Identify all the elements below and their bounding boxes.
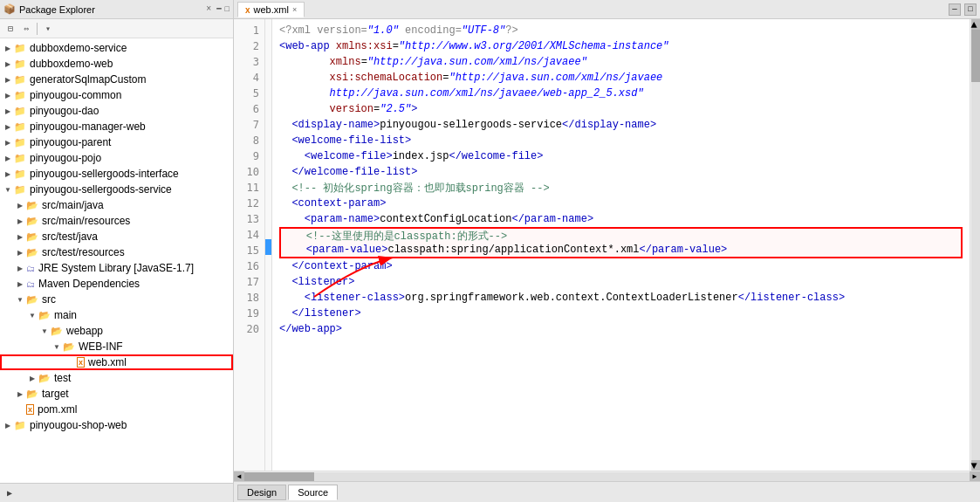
code-line-20: </web-app> <box>279 321 963 337</box>
tree-item-pom-xml[interactable]: x pom.xml <box>0 402 233 417</box>
tree-item-src[interactable]: ▼ 📂 src <box>0 292 233 307</box>
tree-item-pinyougou-pojo[interactable]: ▶ 📁 pinyougou-pojo <box>0 150 233 166</box>
code-line-8: <welcome-file-list> <box>279 133 963 148</box>
collapse-all-btn[interactable]: ⊟ <box>3 22 17 36</box>
ind-14 <box>265 223 272 239</box>
code-text: <param-value>classpath:spring/applicatio… <box>281 244 727 256</box>
scrollbar-down-btn[interactable]: ▼ <box>971 460 980 471</box>
vertical-scrollbar[interactable]: ▲ ▼ <box>970 19 980 471</box>
tree-item-jre-system-library[interactable]: ▶ 🗂 JRE System Library [JavaSE-1.7] <box>0 260 233 276</box>
tree-item-src-test-resources[interactable]: ▶ 📂 src/test/resources <box>0 244 233 260</box>
tab-design[interactable]: Design <box>237 485 286 500</box>
expand-right-btn[interactable]: ▶ <box>3 486 16 500</box>
line-num-11: 11 <box>234 180 264 196</box>
tree-container[interactable]: ▶ 📁 dubboxdemo-service ▶ 📁 dubboxdemo-we… <box>0 38 233 483</box>
tree-item-label: pinyougou-pojo <box>30 152 101 164</box>
left-panel-bottom-bar: ▶ <box>0 483 233 502</box>
tree-item-label: src <box>42 293 56 306</box>
scrollbar-thumb[interactable] <box>971 30 980 82</box>
editor-panel: x web.xml × ─ □ 1 2 3 4 5 6 7 8 9 10 <box>234 0 980 502</box>
tree-item-label: JRE System Library [JavaSE-1.7] <box>38 262 194 274</box>
tree-item-label: pinyougou-parent <box>30 136 111 148</box>
tree-item-pinyougou-dao[interactable]: ▶ 📁 pinyougou-dao <box>0 103 233 119</box>
tree-arrow: ▶ <box>16 217 24 225</box>
tree-item-pinyougou-sellergoods-interface[interactable]: ▶ 📁 pinyougou-sellergoods-interface <box>0 166 233 182</box>
line-num-20: 20 <box>234 321 264 337</box>
editor-bottom-tabs: Design Source <box>234 481 980 502</box>
tree-item-label: pinyougou-sellergoods-interface <box>30 168 179 180</box>
tree-item-pinyougou-sellergoods-service[interactable]: ▼ 📁 pinyougou-sellergoods-service <box>0 182 233 197</box>
tab-close-btn[interactable]: × <box>292 5 297 14</box>
panel-close-btn[interactable]: × <box>204 4 213 14</box>
project-icon: 📁 <box>14 153 26 164</box>
folder-icon: 📂 <box>38 310 51 321</box>
ind-7 <box>265 113 272 129</box>
code-line-9: <welcome-file>index.jsp</welcome-file> <box>279 148 963 164</box>
src-folder-icon: 📂 <box>26 200 38 211</box>
horizontal-scrollbar[interactable]: ◀ ▶ <box>234 471 980 481</box>
tree-item-label: src/test/resources <box>42 246 125 258</box>
h-scrollbar-thumb[interactable] <box>244 472 314 481</box>
scrollbar-up-btn[interactable]: ▲ <box>971 19 980 30</box>
tree-item-webapp[interactable]: ▼ 📂 webapp <box>0 323 233 339</box>
ind-19 <box>265 302 272 318</box>
folder-icon: 📂 <box>38 373 51 384</box>
tree-arrow: ▼ <box>40 327 49 335</box>
line-num-2: 2 <box>234 38 264 54</box>
tree-item-maven-dependencies[interactable]: ▶ 🗂 Maven Dependencies <box>0 276 233 292</box>
scrollbar-left-btn[interactable]: ◀ <box>234 471 244 482</box>
tree-item-pinyougou-common[interactable]: ▶ 📁 pinyougou-common <box>0 87 233 103</box>
h-scrollbar-track[interactable] <box>244 472 970 481</box>
tree-arrow: ▶ <box>16 233 24 241</box>
ind-13 <box>265 208 272 223</box>
editor-maximize-btn[interactable]: □ <box>964 3 977 16</box>
line-num-5: 5 <box>234 86 264 101</box>
scrollbar-track[interactable] <box>971 30 980 460</box>
tree-item-dubboxdemo-web[interactable]: ▶ 📁 dubboxdemo-web <box>0 56 233 72</box>
tree-item-WEB-INF[interactable]: ▼ 📂 WEB-INF <box>0 339 233 354</box>
editor-header: x web.xml × ─ □ <box>234 0 980 19</box>
tree-item-pinyougou-parent[interactable]: ▶ 📁 pinyougou-parent <box>0 134 233 150</box>
xml-tab-icon: x <box>245 5 250 15</box>
editor-minimize-btn[interactable]: ─ <box>949 3 961 16</box>
line-num-12: 12 <box>234 196 264 211</box>
tree-item-target[interactable]: ▶ 📂 target <box>0 386 233 402</box>
tree-item-src-test-java[interactable]: ▶ 📂 src/test/java <box>0 229 233 244</box>
tree-item-pinyougou-manager-web[interactable]: ▶ 📁 pinyougou-manager-web <box>0 119 233 134</box>
code-line-16: </context-param> <box>279 258 963 274</box>
code-text: <display-name>pinyougou-sellergoods-serv… <box>279 119 656 131</box>
editor-tab-web-xml[interactable]: x web.xml × <box>237 2 305 17</box>
code-text: </welcome-file-list> <box>279 166 417 178</box>
tree-item-pinyougou-shop-web[interactable]: ▶ 📁 pinyougou-shop-web <box>0 417 233 433</box>
toolbar-separator <box>37 23 38 35</box>
tree-item-dubboxdemo-service[interactable]: ▶ 📁 dubboxdemo-service <box>0 40 233 56</box>
tree-arrow: ▶ <box>3 139 12 147</box>
tab-source[interactable]: Source <box>288 485 338 500</box>
link-with-editor-btn[interactable]: ⇔ <box>19 22 33 36</box>
code-line-1: <?xml version="1.0" encoding="UTF-8"?> <box>279 23 963 38</box>
tree-item-label: Maven Dependencies <box>38 278 140 290</box>
tree-item-label: src/test/java <box>42 230 98 243</box>
folder-icon: 📂 <box>26 294 38 306</box>
tree-item-web-xml[interactable]: x web.xml <box>0 354 233 370</box>
project-icon: 📁 <box>14 168 26 180</box>
maximize-icon[interactable]: □ <box>225 5 230 14</box>
tree-arrow: ▶ <box>3 45 12 52</box>
code-text: http://java.sun.com/xml/ns/javaee/web-ap… <box>279 87 644 100</box>
code-line-5: http://java.sun.com/xml/ns/javaee/web-ap… <box>279 86 963 101</box>
line-num-8: 8 <box>234 133 264 148</box>
code-area[interactable]: <?xml version="1.0" encoding="UTF-8"?> <… <box>272 19 970 471</box>
ind-3 <box>265 51 272 66</box>
project-icon: 📁 <box>14 106 26 117</box>
tree-item-src-main-java[interactable]: ▶ 📂 src/main/java <box>0 197 233 213</box>
view-menu-btn[interactable]: ▾ <box>41 22 55 36</box>
project-icon: 📁 <box>14 74 26 86</box>
tree-item-main[interactable]: ▼ 📂 main <box>0 307 233 323</box>
tree-item-test[interactable]: ▶ 📂 test <box>0 370 233 386</box>
tree-item-generatorSqlmapCustom[interactable]: ▶ 📁 generatorSqlmapCustom <box>0 72 233 87</box>
tree-item-src-main-resources[interactable]: ▶ 📂 src/main/resources <box>0 213 233 229</box>
scrollbar-right-btn[interactable]: ▶ <box>970 471 980 482</box>
tree-item-label: src/main/resources <box>42 215 130 227</box>
tree-arrow: ▶ <box>3 170 12 178</box>
minimize-icon[interactable]: ━ <box>216 4 221 14</box>
